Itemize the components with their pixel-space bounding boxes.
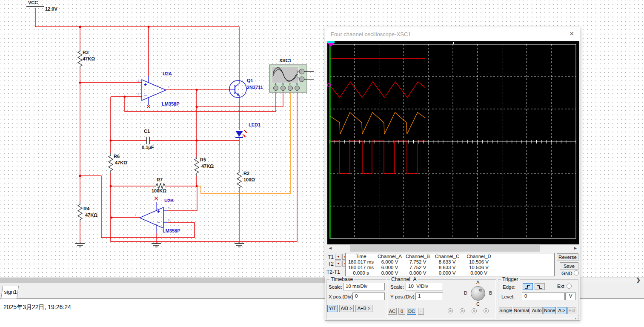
u2a-value[interactable]: LM358P (162, 101, 180, 106)
c1-value[interactable]: 0.1µF (142, 145, 154, 150)
resistor-r5[interactable] (195, 157, 199, 176)
vcc-value[interactable]: 12.0V (45, 6, 57, 11)
xsc1-ref[interactable]: XSC1 (279, 58, 292, 63)
c1-ref[interactable]: C1 (144, 129, 150, 134)
led1-ref[interactable]: LED1 (249, 122, 260, 127)
oscilloscope-titlebar[interactable]: Four channel oscilloscope-XSC1 ✕ (325, 27, 580, 41)
r3-value[interactable]: 47KΩ (83, 56, 95, 61)
led-emission-arrows (243, 130, 247, 137)
t2t1-label: T2-T1 (326, 269, 340, 275)
trigger-ext-button[interactable]: Ext (567, 307, 576, 314)
channel-d-radio[interactable] (484, 308, 489, 313)
save-button[interactable]: Save (560, 262, 578, 270)
channel-b-radio[interactable] (460, 308, 465, 313)
led1-symbol[interactable] (235, 130, 247, 138)
minus-button[interactable]: - (418, 308, 424, 315)
u2b-pin5: 5 (168, 206, 169, 210)
dt-chc: 0.000 V (432, 270, 462, 276)
channel-a-ypos-label: Y pos.(Div): (390, 294, 416, 299)
t2-label: T2 (328, 261, 334, 267)
r4-ref[interactable]: R4 (83, 206, 89, 211)
timebase-xpos-label: X pos.(Div): (329, 294, 354, 299)
r2-ref[interactable]: R2 (243, 171, 249, 176)
gnd-radio[interactable] (574, 270, 579, 275)
q1-value[interactable]: 2N3711 (247, 85, 263, 90)
r2-value[interactable]: 100Ω (243, 177, 255, 182)
trigger-ext-radio[interactable] (567, 284, 572, 289)
channel-a-ypos-input[interactable]: 1 (415, 293, 443, 300)
trigger-unit-box[interactable]: V (565, 293, 576, 300)
rising-edge-icon (525, 284, 531, 289)
reverse-button[interactable]: Reverse (557, 253, 578, 261)
dt-time: 0.000 s (346, 270, 376, 276)
timebase-xpos-input[interactable]: 0 (352, 293, 385, 300)
u2a-ref[interactable]: U2A (163, 71, 172, 76)
u2a-pin1: 1 (168, 85, 169, 89)
u2b-ref[interactable]: U2B (164, 198, 174, 203)
r5-ref[interactable]: R5 (200, 157, 206, 162)
ab-button[interactable]: A/B > (339, 305, 354, 312)
dc-button[interactable]: DC (407, 308, 416, 315)
yt-button[interactable]: Y/T (327, 305, 338, 312)
tab-design-sheet[interactable]: sign1 (1, 286, 19, 298)
t2-chb: 7.752 V (403, 265, 432, 270)
xsc-terminal-g: G (297, 69, 299, 72)
junction-dots (79, 26, 198, 219)
dt-cha: 0.000 V (376, 270, 403, 276)
u2b-value[interactable]: LM358P (163, 228, 180, 233)
window-title: Four channel oscilloscope-XSC1 (331, 31, 411, 37)
falling-edge-button[interactable] (535, 283, 545, 290)
u2b-plus: + (157, 209, 160, 215)
t1-chb: 7.752 V (403, 259, 432, 265)
trigger-a-button[interactable]: A > (557, 307, 567, 314)
channel-c-radio[interactable] (472, 308, 477, 313)
t2-left-button[interactable]: ◄ (335, 261, 341, 267)
trigger-level-input[interactable]: 0 (522, 293, 565, 300)
scope-display[interactable] (327, 41, 579, 244)
resistor-r2[interactable] (237, 170, 241, 191)
scope-scrollbar[interactable]: ◄ ► (326, 245, 579, 252)
canvas-scroll-right-icon[interactable]: ❯ (636, 277, 641, 283)
capacitor-c1[interactable] (147, 137, 150, 144)
close-icon[interactable]: ✕ (568, 30, 575, 37)
r5-value[interactable]: 47KΩ (201, 164, 214, 169)
oscilloscope-icon-xsc1[interactable] (269, 65, 314, 92)
ground-symbols[interactable] (75, 244, 244, 247)
r7-ref[interactable]: R7 (157, 177, 163, 182)
ac-button[interactable]: AC (388, 308, 397, 315)
t1-left-button[interactable]: ◄ (335, 254, 341, 260)
r4-value[interactable]: 47KΩ (85, 212, 97, 218)
scope-scroll-thumb[interactable] (350, 245, 540, 252)
r6-value[interactable]: 47KΩ (115, 160, 127, 165)
rising-edge-button[interactable] (523, 283, 533, 290)
vcc-label[interactable]: VCC (28, 0, 38, 5)
zero-button[interactable]: 0 (398, 308, 405, 315)
oscilloscope-window[interactable]: Four channel oscilloscope-XSC1 ✕ (325, 27, 580, 321)
t1-label: T1 (328, 254, 334, 260)
schematic-drawing[interactable] (0, 0, 323, 277)
auto-button[interactable]: Auto (531, 307, 543, 314)
none-button[interactable]: None (544, 307, 556, 314)
r7-value[interactable]: 100KΩ (152, 188, 166, 193)
scope-scroll-left-icon[interactable]: ◄ (328, 246, 332, 250)
resize-grip[interactable] (575, 316, 578, 319)
resistor-r4[interactable] (78, 202, 82, 222)
r3-ref[interactable]: R3 (83, 50, 89, 55)
scope-scroll-right-icon[interactable]: ► (573, 246, 578, 250)
normal-button[interactable]: Normal (513, 307, 530, 314)
channel-a-scale-label: Scale: (390, 284, 404, 290)
r6-ref[interactable]: R6 (114, 154, 120, 159)
col-header-b: Channel_B (403, 254, 432, 259)
measurement-table: Time Channel_A Channel_B Channel_C Chann… (345, 253, 555, 276)
channel-a-scale-input[interactable]: 10 V/Div (406, 283, 443, 290)
single-button[interactable]: Single (499, 307, 512, 314)
q1-ref[interactable]: Q1 (247, 78, 253, 83)
resistor-r3[interactable] (78, 49, 82, 69)
channel-select-knob[interactable] (471, 286, 485, 301)
apb-button[interactable]: A+B > (355, 305, 372, 312)
dt-chd: 0.000 V (462, 270, 496, 276)
channel-a-radio[interactable] (448, 308, 453, 313)
timebase-scale-input[interactable]: 10 ms/Div (343, 283, 385, 290)
resistor-r6[interactable] (109, 153, 113, 173)
u2b-pin7: 7 (135, 213, 136, 217)
